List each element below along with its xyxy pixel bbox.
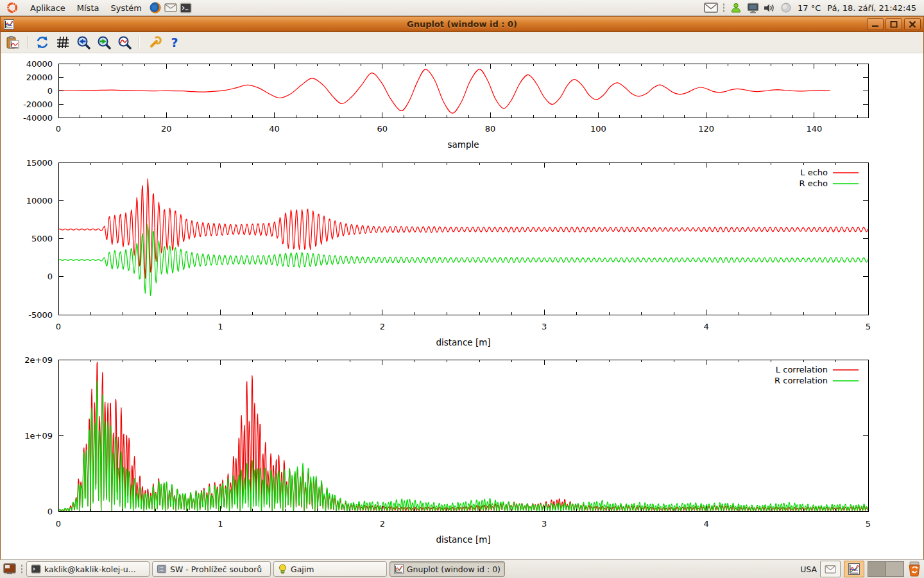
svg-text:80: 80	[485, 124, 496, 134]
ubuntu-menu-button[interactable]	[0, 0, 24, 15]
svg-text:distance [m]: distance [m]	[436, 534, 490, 545]
svg-text:15000: 15000	[26, 158, 53, 168]
close-icon	[909, 21, 916, 28]
svg-text:140: 140	[806, 124, 822, 134]
svg-text:40: 40	[269, 124, 280, 134]
clock-label[interactable]: Pá, 18. září, 21:42:45	[825, 3, 919, 13]
zoom-previous-icon	[76, 35, 90, 49]
close-button[interactable]	[904, 18, 921, 30]
gnuplot-tray-icon	[848, 563, 860, 575]
menu-places[interactable]: Místa	[71, 0, 105, 15]
zoom-next-button[interactable]	[96, 34, 112, 51]
autoscale-button[interactable]	[116, 34, 133, 51]
taskbar-grip-handle[interactable]	[20, 564, 23, 574]
gnuplot-icon	[394, 564, 404, 574]
mail-launcher-icon[interactable]	[163, 1, 178, 15]
show-desktop-button[interactable]	[1, 561, 18, 577]
menu-system-label: Systém	[110, 3, 141, 13]
task-button-file-manager[interactable]: SW - Prohlížeč souborů	[152, 561, 271, 577]
user-switcher-icon[interactable]	[728, 1, 744, 15]
svg-text:60: 60	[377, 124, 388, 134]
workspace-2[interactable]	[886, 562, 903, 576]
series-line	[58, 69, 830, 113]
weather-icon[interactable]	[778, 1, 794, 15]
grid-icon	[56, 36, 69, 49]
titlebar[interactable]: Gnuplot (window id : 0)	[1, 17, 923, 32]
file-manager-icon	[157, 565, 167, 574]
svg-text:100: 100	[590, 124, 606, 134]
menu-applications[interactable]: Aplikace	[24, 0, 71, 15]
task-button-terminal[interactable]: kaklik@kaklik-kolej-u...	[26, 561, 150, 577]
zoom-next-icon	[97, 35, 111, 49]
maximize-button[interactable]	[886, 18, 902, 30]
task-button-gnuplot[interactable]: Gnuplot (window id : 0)	[389, 561, 505, 577]
trash-icon	[907, 561, 921, 577]
task-label: kaklik@kaklik-kolej-u...	[44, 565, 136, 574]
minimize-button[interactable]	[867, 18, 884, 30]
toolbar-separator	[139, 36, 140, 49]
wrench-icon	[146, 35, 162, 49]
copy-to-clipboard-icon	[6, 35, 20, 49]
svg-text:0: 0	[56, 322, 61, 331]
gnuplot-tray-button[interactable]	[844, 561, 864, 577]
svg-text:distance [m]: distance [m]	[436, 337, 490, 347]
firefox-launcher-icon[interactable]	[148, 1, 163, 15]
menu-applications-label: Aplikace	[30, 3, 65, 13]
help-button[interactable]: ?	[166, 34, 183, 51]
copy-to-clipboard-button[interactable]	[4, 34, 21, 51]
chart-1: 012345-5000050001000015000distance [m]L …	[26, 158, 871, 348]
task-button-gajim[interactable]: Gajim	[273, 561, 387, 577]
display-icon[interactable]	[745, 1, 760, 15]
replot-button[interactable]	[34, 34, 51, 51]
terminal-icon	[31, 565, 41, 574]
svg-text:4: 4	[703, 322, 708, 331]
mail-tray-icon	[825, 565, 836, 574]
zoom-previous-button[interactable]	[75, 34, 92, 51]
svg-text:sample: sample	[447, 139, 479, 150]
panel-grip-handle[interactable]	[722, 3, 725, 13]
autoscale-icon	[117, 35, 132, 49]
svg-text:1: 1	[218, 322, 223, 331]
taskbar: kaklik@kaklik-kolej-u... SW - Prohlížeč …	[0, 559, 924, 578]
svg-text:L correlation: L correlation	[776, 365, 828, 374]
gnuplot-window: Gnuplot (window id : 0)	[0, 16, 924, 560]
task-label: Gajim	[291, 565, 314, 574]
mail-tray-button[interactable]	[820, 561, 841, 577]
desktop-top-panel: Aplikace Místa Systém	[0, 0, 924, 16]
svg-text:10000: 10000	[26, 196, 53, 206]
terminal-launcher-icon[interactable]	[178, 1, 194, 15]
svg-text:L echo: L echo	[800, 168, 828, 177]
svg-text:120: 120	[698, 124, 714, 134]
series-line	[58, 179, 868, 278]
svg-text:R echo: R echo	[799, 179, 828, 188]
plot-canvas[interactable]: 020406080100120140-40000-200000200004000…	[1, 53, 923, 559]
keyboard-layout-indicator[interactable]: USA	[800, 565, 817, 574]
svg-text:5: 5	[866, 519, 871, 529]
settings-button[interactable]	[146, 34, 162, 51]
toggle-grid-button[interactable]	[55, 34, 71, 51]
svg-text:1: 1	[218, 519, 223, 529]
svg-text:2: 2	[380, 322, 385, 331]
workspace-switcher[interactable]	[868, 561, 904, 577]
menu-places-label: Místa	[77, 3, 99, 13]
svg-text:20: 20	[161, 124, 172, 134]
workspace-1[interactable]	[868, 562, 886, 576]
volume-icon[interactable]	[762, 1, 777, 15]
chart-0: 020406080100120140-40000-200000200004000…	[23, 59, 868, 150]
svg-text:20000: 20000	[26, 73, 53, 82]
series-line	[58, 381, 868, 511]
trash-button[interactable]	[907, 561, 921, 577]
menu-system[interactable]: Systém	[105, 0, 147, 15]
plot-border	[58, 360, 868, 511]
svg-text:2: 2	[380, 519, 385, 529]
svg-text:0: 0	[47, 86, 53, 96]
mail-notification-icon[interactable]	[703, 1, 719, 15]
ubuntu-logo-icon	[6, 1, 19, 14]
svg-text:40000: 40000	[26, 59, 53, 69]
gnuplot-charts: 020406080100120140-40000-200000200004000…	[1, 53, 924, 559]
window-title: Gnuplot (window id : 0)	[1, 19, 923, 29]
plot-border	[58, 162, 868, 315]
series-line	[58, 362, 868, 511]
temperature-label[interactable]: 17 °C	[795, 3, 823, 13]
help-icon: ?	[171, 37, 178, 49]
